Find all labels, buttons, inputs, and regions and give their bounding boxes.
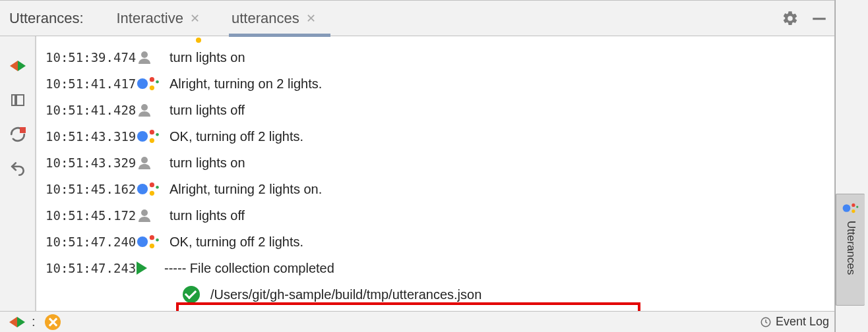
svg-point-14 [137,184,148,194]
log-message: OK, turning off 2 lights. [170,130,303,143]
log-row: 10:51:43.329turn lights on [36,150,834,176]
log-message: turn lights on [170,51,245,64]
log-row: 10:51:47.243----- File collection comple… [36,255,834,281]
svg-point-3 [141,51,148,58]
svg-point-26 [852,209,855,213]
svg-point-25 [852,204,855,207]
rerun-arrows-icon[interactable] [8,56,28,76]
svg-point-24 [842,204,850,212]
console-separator: : [32,314,36,329]
console-log[interactable]: 10:51:39.474turn lights on10:51:41.417Al… [36,36,834,311]
log-row: /Users/git/gh-sample/build/tmp/utterance… [36,281,834,308]
timestamp: 10:51:47.240 [36,236,135,248]
assistant-icon [842,201,859,215]
person-icon [135,208,164,223]
tool-gutter [0,36,36,311]
log-row: 10:51:41.428turn lights off [36,97,834,123]
timestamp: 10:51:39.474 [36,51,135,64]
log-row: 10:51:47.240OK, turning off 2 lights. [36,229,834,255]
assistant-icon [137,74,160,94]
timestamp: 10:51:47.243 [36,262,135,275]
log-row: 10:51:45.172turn lights off [36,202,834,229]
svg-point-16 [150,191,154,196]
assistant-icon [135,74,164,94]
svg-point-12 [156,133,159,136]
assistant-icon [135,179,164,199]
tool-tab-label: Utterances [844,221,857,275]
person-icon [137,102,152,118]
panel-title: Utterances: [9,10,84,27]
tab-utterances[interactable]: utterances ✕ [232,0,316,36]
timestamp: 10:51:41.428 [36,104,135,117]
utterances-panel-header: Utterances: Interactive ✕ utterances ✕ [0,0,834,36]
event-log-button[interactable]: Event Log [760,315,829,329]
close-icon[interactable]: ✕ [306,11,316,26]
log-message: turn lights off [170,103,245,117]
svg-rect-0 [813,17,826,19]
toggle-layout-icon[interactable] [8,90,28,110]
log-row: 10:51:45.162Alright, turning 2 lights on… [36,176,834,202]
svg-rect-2 [16,95,24,105]
svg-point-5 [150,77,154,82]
person-icon [135,102,164,118]
right-sidebar: Utterances [835,0,868,332]
undo-icon[interactable] [8,159,28,179]
close-icon[interactable]: ✕ [190,11,200,26]
rerun-arrows-icon[interactable] [9,316,25,329]
event-log-label: Event Log [776,315,829,329]
svg-point-17 [156,186,159,189]
event-log-clock-icon [760,316,772,328]
timestamp: 10:51:45.162 [36,183,135,196]
cancel-icon[interactable] [45,314,61,330]
log-row: 10:51:41.417Alright, turning on 2 lights… [36,70,834,97]
tab-label: utterances [232,10,299,27]
svg-point-4 [137,78,148,89]
status-bar: : Event Log [0,311,834,332]
log-row: 10:51:39.474turn lights on [36,44,834,70]
person-icon [135,155,164,171]
svg-point-19 [137,236,148,247]
check-icon [181,286,210,303]
log-message: ----- File collection completed [164,262,334,275]
log-message: turn lights off [170,209,245,222]
log-message: Alright, turning on 2 lights. [170,77,322,90]
assistant-icon [135,232,164,252]
assistant-icon [137,179,160,199]
assistant-icon [135,126,164,146]
timestamp: 10:51:45.172 [36,209,135,222]
minimize-icon[interactable] [811,10,828,27]
svg-point-10 [150,130,154,134]
person-icon [135,49,164,65]
log-message: OK, turning off 2 lights. [170,235,303,248]
svg-point-18 [141,209,148,216]
tab-interactive[interactable]: Interactive ✕ [117,0,201,36]
svg-point-8 [141,104,148,111]
svg-point-7 [156,80,159,84]
person-icon [137,155,152,171]
log-row: 10:51:43.319OK, turning off 2 lights. [36,123,834,150]
log-message: turn lights on [170,156,245,169]
svg-point-15 [150,182,154,187]
refresh-icon[interactable] [8,124,28,144]
play-icon [135,262,164,275]
person-icon [137,49,152,65]
log-message: /Users/git/gh-sample/build/tmp/utterance… [210,288,481,301]
timestamp: 10:51:41.417 [36,78,135,90]
utterances-tool-tab[interactable]: Utterances [836,194,865,306]
svg-point-13 [141,157,148,163]
svg-point-20 [150,235,154,240]
svg-point-9 [137,131,148,142]
svg-point-6 [150,86,154,90]
gear-icon[interactable] [782,10,799,27]
assistant-icon [137,126,160,146]
log-message: Alright, turning 2 lights on. [170,182,322,196]
tab-label: Interactive [117,10,184,27]
svg-point-27 [856,206,858,208]
assistant-icon [137,232,160,252]
svg-rect-1 [12,95,15,105]
timestamp: 10:51:43.329 [36,157,135,169]
svg-point-11 [150,138,154,143]
svg-point-21 [150,244,154,248]
timestamp: 10:51:43.319 [36,130,135,143]
person-icon [137,208,152,223]
